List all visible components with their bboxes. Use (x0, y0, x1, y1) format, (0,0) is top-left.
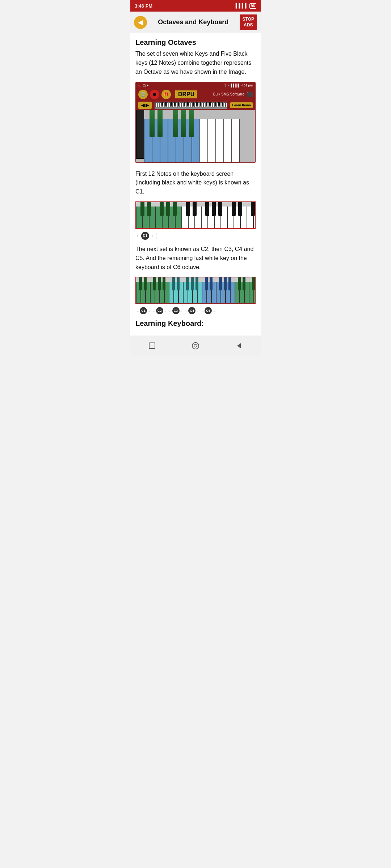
nav-home-button[interactable] (190, 340, 201, 351)
c-labels-row: ← C1 → · ← C2 → · ← C3 → · ← C4 → · ← C5… (135, 307, 256, 314)
ps-btn3: 🎁 (161, 90, 171, 99)
piano-app-screenshot: ▭ ▢ ● 📍 ≈ ▌▌▌▌ 4:31 pm 🗑️ ⏺ 🎁 DRPU Bulk … (135, 82, 256, 163)
square-icon (148, 342, 156, 350)
c1-label-row: ← C1 → (135, 232, 256, 240)
c3-arrow-r: → (180, 309, 183, 313)
status-time: 3:46 PM (135, 3, 152, 9)
c5-arrow-r: → (212, 309, 215, 313)
ps-icons-right: 📍 ≈ ▌▌▌▌ 4:31 pm (223, 84, 253, 87)
c4-badge: C4 (188, 307, 196, 314)
c1-arrow-right: → (150, 233, 154, 238)
c5-arrow-l: ← (201, 309, 205, 313)
ps-learn-piano-btn: Learn Piano (230, 102, 253, 108)
c1-multi-badge: C1 (140, 307, 147, 314)
c4-arrow-l: ← (185, 309, 188, 313)
c3-arrow-l: ← (169, 309, 172, 313)
heading-learning-keyboard: Learning Keyboard: (135, 319, 256, 328)
c2-arrow-r: → (163, 309, 167, 313)
c3-badge: C3 (172, 307, 180, 314)
svg-point-2 (194, 344, 197, 347)
stop-ads-button[interactable]: STOP ADS (240, 14, 257, 30)
para-c1: First 12 Notes on the keyboard screen (i… (135, 170, 256, 196)
ps-icons-left: ▭ ▢ ● (138, 84, 148, 87)
app-header: ◀ Octaves and Keyboard STOP ADS (130, 12, 261, 33)
ps-share-icon: ⬛ (247, 92, 253, 97)
ps-nav-arrows: ◀ ▶ (138, 102, 152, 109)
heading-learning-octaves: Learning Octaves (135, 38, 256, 47)
svg-marker-3 (237, 343, 241, 348)
ps-btn1: 🗑️ (138, 90, 148, 99)
nav-back-button[interactable] (234, 340, 244, 351)
para-c2-c5: The next set is known as C2, then C3, C4… (135, 245, 256, 272)
ps-toolbar: 🗑️ ⏺ 🎁 DRPU Bulk SMS Software ⬛ (136, 88, 255, 101)
nav-square-button[interactable] (147, 340, 157, 351)
piano-c1-image (135, 201, 256, 229)
para-octaves-intro: The set of seven white Keys and Five Bla… (135, 50, 256, 76)
c2-badge: C2 (156, 307, 163, 314)
c1-badge: C1 (141, 232, 149, 240)
piano-multi-octave-image (135, 277, 256, 304)
circle-icon (191, 341, 200, 350)
ps-bulk-label: Bulk SMS Software (201, 92, 244, 96)
back-nav-icon (235, 342, 243, 350)
page-title: Octaves and Keyboard (147, 18, 240, 26)
back-arrow-icon: ◀ (138, 18, 143, 26)
svg-point-1 (192, 342, 199, 349)
c5-badge: C5 (205, 307, 212, 314)
c4-arrow-r: → (196, 309, 199, 313)
bottom-navigation (130, 336, 261, 356)
c1-arrow-r: → (147, 309, 151, 313)
ps-btn2: ⏺ (150, 90, 159, 99)
main-content: Learning Octaves The set of seven white … (130, 33, 261, 336)
ps-status-bar: ▭ ▢ ● 📍 ≈ ▌▌▌▌ 4:31 pm (136, 82, 255, 88)
svg-rect-0 (149, 343, 155, 349)
ps-logo: DRPU (175, 90, 197, 98)
back-button[interactable]: ◀ (134, 16, 147, 29)
battery-icon: 96 (249, 3, 256, 9)
status-bar: 3:46 PM ▌▌▌▌ 96 (130, 0, 261, 12)
c2-arrow-l: ← (152, 309, 156, 313)
c1-arrow-left: ← (136, 233, 140, 238)
c1-arrow-l: ← (136, 309, 140, 313)
signal-icon: ▌▌▌▌ (236, 3, 248, 8)
ps-nav-row: ◀ ▶ (136, 101, 255, 110)
status-icons: ▌▌▌▌ 96 (236, 3, 256, 9)
